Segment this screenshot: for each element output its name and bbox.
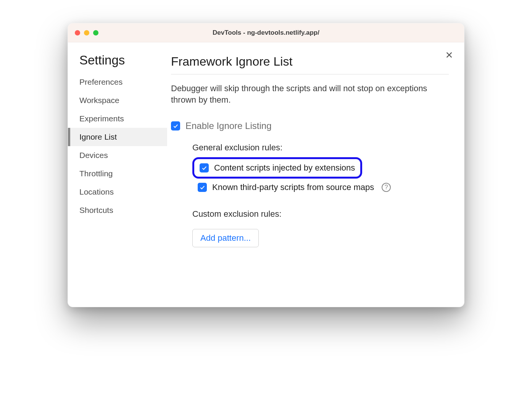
sidebar-item-locations[interactable]: Locations <box>68 183 167 201</box>
window-titlebar: DevTools - ng-devtools.netlify.app/ <box>68 23 464 42</box>
rule-content-scripts: Content scripts injected by extensions <box>192 157 362 179</box>
rule-third-party-scripts: Known third-party scripts from source ma… <box>192 179 396 196</box>
close-settings-button[interactable] <box>445 51 453 61</box>
enable-ignore-listing-row: Enable Ignore Listing <box>171 121 449 131</box>
window-title: DevTools - ng-devtools.netlify.app/ <box>68 29 464 37</box>
enable-ignore-listing-checkbox[interactable] <box>171 121 180 130</box>
page-description: Debugger will skip through the scripts a… <box>171 83 434 105</box>
sidebar-item-preferences[interactable]: Preferences <box>68 73 167 91</box>
check-icon <box>199 184 205 190</box>
sidebar-item-throttling[interactable]: Throttling <box>68 164 167 183</box>
general-exclusion-heading: General exclusion rules: <box>192 143 449 153</box>
help-icon[interactable]: ? <box>382 183 391 192</box>
general-exclusion-section: General exclusion rules: Content scripts… <box>192 143 449 196</box>
add-pattern-button[interactable]: Add pattern... <box>192 229 259 247</box>
custom-exclusion-heading: Custom exclusion rules: <box>192 209 449 219</box>
traffic-lights <box>75 30 98 35</box>
page-title: Framework Ignore List <box>171 55 449 74</box>
close-icon <box>445 51 453 59</box>
window-zoom-button[interactable] <box>93 30 98 35</box>
window-minimize-button[interactable] <box>84 30 89 35</box>
settings-window: DevTools - ng-devtools.netlify.app/ Sett… <box>68 23 464 307</box>
sidebar-item-devices[interactable]: Devices <box>68 146 167 164</box>
enable-ignore-listing-label: Enable Ignore Listing <box>185 121 272 131</box>
rule-third-party-scripts-checkbox[interactable] <box>198 183 207 192</box>
settings-sidebar: Settings Preferences Workspace Experimen… <box>68 42 167 307</box>
rule-content-scripts-checkbox[interactable] <box>200 163 209 172</box>
check-icon <box>201 165 207 171</box>
custom-exclusion-section: Custom exclusion rules: Add pattern... <box>192 209 449 247</box>
rule-third-party-scripts-label: Known third-party scripts from source ma… <box>212 182 374 192</box>
sidebar-item-workspace[interactable]: Workspace <box>68 91 167 110</box>
check-icon <box>172 123 179 129</box>
settings-heading: Settings <box>68 53 167 73</box>
window-close-button[interactable] <box>75 30 80 35</box>
rule-content-scripts-label: Content scripts injected by extensions <box>214 163 355 173</box>
sidebar-item-shortcuts[interactable]: Shortcuts <box>68 201 167 219</box>
sidebar-item-experiments[interactable]: Experiments <box>68 110 167 128</box>
settings-main-panel: Framework Ignore List Debugger will skip… <box>167 42 464 307</box>
sidebar-item-ignore-list[interactable]: Ignore List <box>68 128 167 146</box>
